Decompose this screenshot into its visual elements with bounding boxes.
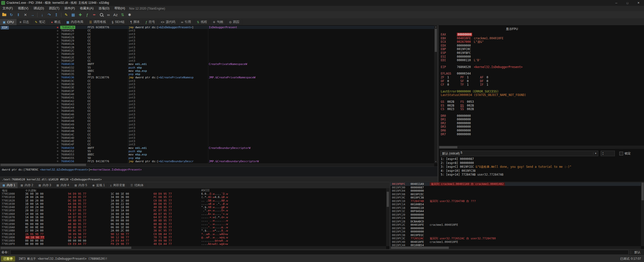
register-value[interactable]: 00000000 <box>457 118 471 121</box>
tab-call-stack[interactable]: ☰调用堆栈 <box>86 19 109 25</box>
disasm-vertical-scrollbar[interactable]: ▲ ▼ <box>434 25 437 163</box>
hex-row[interactable]: 779510A00C 00 0E 00B0 8D 95 7706 00 1E 0… <box>0 226 385 229</box>
tab-notes[interactable]: ✎笔记 <box>32 19 48 25</box>
tab-memory-1[interactable]: ▦内存 1 <box>0 182 18 188</box>
tab-script[interactable]: ¶脚本 <box>128 19 143 25</box>
stack-row[interactable]: 0019FC0C0019FC38 <box>390 196 641 200</box>
flag-value[interactable]: 1 <box>467 76 477 79</box>
row-dot[interactable] <box>57 117 58 119</box>
stack-row[interactable]: 0019FC10772847AB返回到 user32.772847AB 自 ??… <box>390 200 641 203</box>
hex-row[interactable]: 779510C02A 06 98 7730 09 98 7790 12 98 7… <box>0 233 385 236</box>
disasm-row[interactable]: 7680A5538BECmov ebp,esp <box>0 153 434 156</box>
row-dot[interactable] <box>57 90 58 92</box>
row-dot[interactable] <box>57 157 58 159</box>
row-dot[interactable] <box>57 47 58 48</box>
flag-value[interactable]: 0 <box>487 79 497 83</box>
threads-button[interactable]: ⇅ <box>119 12 126 18</box>
stack-row[interactable]: 0019FC2C004010FEcrackme1.004010FE <box>390 223 641 227</box>
stack-row[interactable]: 0019FC1400100B54 <box>390 203 641 206</box>
show-fpu-button[interactable]: 显示FPU <box>503 26 521 32</box>
stack-row[interactable]: 0019FC080019FCEC <box>390 193 641 196</box>
run-to-return-button[interactable]: ↥ <box>53 12 60 18</box>
disasm-row[interactable]: 7680A54ACCint3 <box>0 126 434 129</box>
hex-row[interactable]: 779510E000 00 00 0000 00 00 0024 E9 A4 7… <box>0 239 385 242</box>
disasm-row[interactable]: 7680A5508BFFmov edi,ediCreateBoundaryDes… <box>0 146 434 150</box>
disasm-row[interactable]: 7680A54FCCint3 <box>0 143 434 146</box>
row-dot[interactable] <box>57 107 58 109</box>
row-dot[interactable] <box>57 120 58 122</box>
references-button[interactable]: ∞ <box>105 12 112 18</box>
scrollbar-thumb[interactable] <box>435 29 437 52</box>
hex-row[interactable]: 7795106014 00 16 00C4 D7 95 7716 00 18 0… <box>0 212 385 216</box>
disasm-row[interactable]: 7680A547CCint3 <box>0 116 434 119</box>
sort-button[interactable]: Az <box>112 12 119 18</box>
stack-vertical-scrollbar[interactable] <box>641 182 644 246</box>
disasm-row[interactable]: 7680A529CCint3 <box>0 39 434 42</box>
tab-memory-map[interactable]: ▦内存布局 <box>64 19 86 25</box>
search-button[interactable] <box>98 12 105 18</box>
stack-row[interactable]: 0019FC2400000000 <box>390 216 641 220</box>
settings-button[interactable]: ✱ <box>126 12 133 18</box>
stack-row[interactable]: 0019FC1C00F0A9A4 <box>390 210 641 213</box>
flag-value[interactable]: 002B <box>447 104 457 108</box>
register-value[interactable]: 0019FBFC <box>457 51 471 55</box>
tab-memory-4[interactable]: ▦内存 4 <box>54 182 72 188</box>
disasm-row[interactable]: 7680A53FCCint3 <box>0 89 434 93</box>
flag-value[interactable]: 1 <box>447 76 457 79</box>
flag-value[interactable]: 0 <box>447 79 457 83</box>
disasm-row[interactable]: 7680A5308BFFmov edi,ediCreatePrivateName… <box>0 62 434 66</box>
hex-row[interactable]: 779510B022 00 24 0090 8C 95 772A 00 2C 0… <box>0 229 385 232</box>
tab-seh[interactable]: §SEH链 <box>109 19 128 25</box>
flag-value[interactable]: 1 <box>467 83 477 87</box>
register-value[interactable]: 00000000 <box>457 125 471 128</box>
scrollbar-thumb[interactable] <box>641 183 644 200</box>
tab-trace[interactable]: ⊙跟踪 <box>226 19 242 25</box>
registers-horizontal-scrollbar[interactable] <box>439 146 644 149</box>
disasm-row[interactable]: 7680A520FF25 6C0E8776jmp dword ptr ds:[<… <box>0 26 434 29</box>
hex-row[interactable]: 779510F000 00 00 00C0 E9 A4 77F0 29 98 7… <box>0 242 385 246</box>
hex-row[interactable]: 7795103018 00 1A 00A4 D8 95 7720 00 22 0… <box>0 202 385 206</box>
hexdump-vertical-scrollbar[interactable] <box>386 188 389 246</box>
register-value[interactable]: 00000000 <box>457 44 471 47</box>
row-dot[interactable] <box>57 30 58 31</box>
row-dot[interactable] <box>57 144 58 145</box>
hex-row[interactable]: 779510D040 18 98 7750 1A 98 7790 12 98 7… <box>0 236 385 239</box>
tab-watch-1[interactable]: ◉监视 1 <box>90 182 108 188</box>
menu-favourites[interactable]: 收藏夹(A) <box>77 6 96 11</box>
tab-log[interactable]: ≡日志 <box>17 19 32 25</box>
lock-checkbox[interactable] <box>619 152 623 155</box>
tab-locals[interactable]: χ局部变量 <box>108 182 128 188</box>
disasm-row[interactable]: 7680A5338BECmov ebp,esp <box>0 69 434 73</box>
close-button[interactable]: ✕ <box>633 0 644 6</box>
menu-help[interactable]: 帮助(H) <box>112 6 128 11</box>
row-dot[interactable] <box>57 53 58 55</box>
row-dot[interactable] <box>57 74 58 75</box>
scrollbar-thumb[interactable] <box>387 192 389 207</box>
stack-row[interactable]: 0019FC3000000000 <box>390 227 641 230</box>
row-dot[interactable] <box>57 57 58 58</box>
disasm-row[interactable]: 7680A52ACCint3 <box>0 42 434 46</box>
command-input[interactable] <box>10 250 629 255</box>
disasm-row[interactable]: 7680A53CCCint3 <box>0 79 434 83</box>
tab-threads[interactable]: ⇅线程 <box>194 19 210 25</box>
row-dot[interactable] <box>57 84 58 85</box>
stepper-arrows-icon[interactable]: ▲▼ <box>601 151 605 156</box>
flag-value[interactable]: 0 <box>487 76 497 79</box>
disasm-row[interactable]: 7680A527CCint3 <box>0 32 434 36</box>
disasm-row[interactable]: 7680A53ECCint3 <box>0 86 434 89</box>
disasm-row[interactable]: 7680A53DCCint3 <box>0 83 434 86</box>
scroll-down-arrow[interactable]: ▼ <box>434 160 437 163</box>
stack-row[interactable]: 0019FC3C772652AC返回到 user32.772652AC 自 us… <box>390 237 641 240</box>
step-over-button[interactable]: ↷ <box>46 12 53 18</box>
hex-row[interactable]: 7795101028 00 2A 0034 D9 95 7734 00 36 0… <box>0 195 385 199</box>
disasm-row[interactable]: 7680A5555Dpop ebp <box>0 156 434 160</box>
minimize-button[interactable]: ─ <box>611 0 622 6</box>
disasm-row[interactable]: 7680A542CCint3 <box>0 100 434 103</box>
hex-row[interactable]: 7795100036 00 30 0094 D9 95 771C 00 1E 0… <box>0 192 385 195</box>
register-value[interactable]: 00000344 <box>457 72 471 75</box>
stack-row[interactable]: 0019FC3400000000 <box>390 230 641 234</box>
scroll-up-arrow[interactable]: ▲ <box>434 25 437 28</box>
disasm-row[interactable]: 7680A526CCint3 <box>0 29 434 32</box>
tab-struct[interactable]: ☰结构体 <box>128 182 146 188</box>
menu-view[interactable]: 视图(V) <box>15 6 31 11</box>
